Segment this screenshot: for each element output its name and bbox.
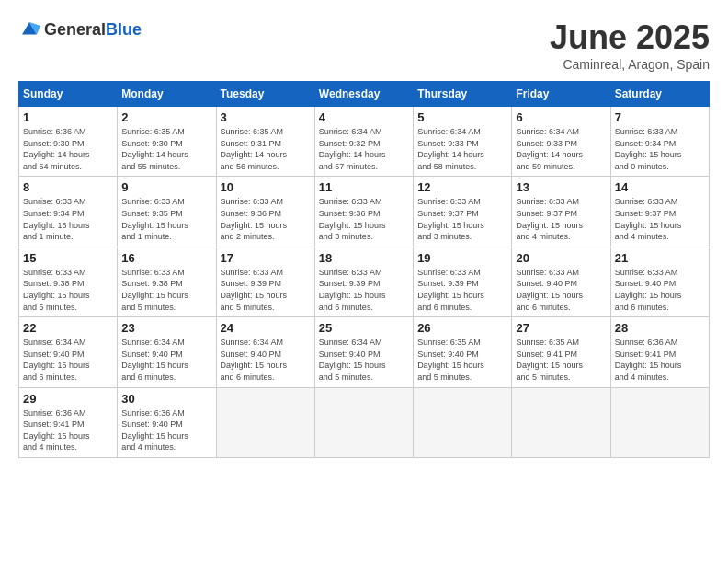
day-info: Sunrise: 6:33 AMSunset: 9:39 PMDaylight:… — [417, 267, 507, 313]
calendar-day-cell: 13Sunrise: 6:33 AMSunset: 9:37 PMDayligh… — [512, 177, 610, 247]
day-number: 13 — [516, 180, 606, 194]
calendar-week-row: 22Sunrise: 6:34 AMSunset: 9:40 PMDayligh… — [19, 317, 710, 387]
calendar-day-cell: 5Sunrise: 6:34 AMSunset: 9:33 PMDaylight… — [414, 107, 512, 177]
header-day-tuesday: Tuesday — [216, 82, 314, 107]
calendar-day-cell: 18Sunrise: 6:33 AMSunset: 9:39 PMDayligh… — [314, 247, 413, 316]
location-title: Caminreal, Aragon, Spain — [550, 57, 710, 72]
day-info: Sunrise: 6:34 AMSunset: 9:33 PMDaylight:… — [516, 126, 606, 172]
month-title: June 2025 — [550, 18, 710, 57]
calendar-day-cell: 22Sunrise: 6:34 AMSunset: 9:40 PMDayligh… — [19, 317, 118, 387]
calendar-empty-cell — [512, 387, 610, 457]
day-info: Sunrise: 6:33 AMSunset: 9:37 PMDaylight:… — [516, 196, 606, 242]
day-info: Sunrise: 6:33 AMSunset: 9:38 PMDaylight:… — [121, 267, 211, 313]
day-number: 29 — [23, 392, 113, 406]
calendar-table: SundayMondayTuesdayWednesdayThursdayFrid… — [18, 81, 710, 458]
day-number: 14 — [615, 180, 705, 194]
calendar-day-cell: 20Sunrise: 6:33 AMSunset: 9:40 PMDayligh… — [512, 247, 610, 316]
day-number: 8 — [23, 180, 113, 194]
calendar-day-cell: 2Sunrise: 6:35 AMSunset: 9:30 PMDaylight… — [118, 107, 216, 177]
calendar-day-cell: 3Sunrise: 6:35 AMSunset: 9:31 PMDaylight… — [216, 107, 314, 177]
day-info: Sunrise: 6:36 AMSunset: 9:41 PMDaylight:… — [23, 408, 113, 454]
logo-general: GeneralBlue — [44, 20, 142, 40]
day-info: Sunrise: 6:33 AMSunset: 9:37 PMDaylight:… — [615, 196, 705, 242]
calendar-day-cell: 9Sunrise: 6:33 AMSunset: 9:35 PMDaylight… — [118, 177, 216, 247]
header-day-saturday: Saturday — [610, 82, 709, 107]
header-day-thursday: Thursday — [414, 82, 512, 107]
day-info: Sunrise: 6:34 AMSunset: 9:40 PMDaylight:… — [221, 337, 311, 383]
calendar-day-cell: 26Sunrise: 6:35 AMSunset: 9:40 PMDayligh… — [414, 317, 512, 387]
day-info: Sunrise: 6:34 AMSunset: 9:33 PMDaylight:… — [417, 126, 507, 172]
calendar-day-cell: 16Sunrise: 6:33 AMSunset: 9:38 PMDayligh… — [118, 247, 216, 316]
day-number: 15 — [23, 251, 113, 265]
day-info: Sunrise: 6:35 AMSunset: 9:30 PMDaylight:… — [121, 126, 211, 172]
day-info: Sunrise: 6:34 AMSunset: 9:40 PMDaylight:… — [319, 337, 409, 383]
day-number: 16 — [121, 251, 211, 265]
header-day-friday: Friday — [512, 82, 610, 107]
day-number: 5 — [417, 110, 507, 124]
calendar-day-cell: 14Sunrise: 6:33 AMSunset: 9:37 PMDayligh… — [610, 177, 709, 247]
day-number: 11 — [319, 180, 409, 194]
day-number: 19 — [417, 251, 507, 265]
header-day-wednesday: Wednesday — [314, 82, 413, 107]
day-info: Sunrise: 6:34 AMSunset: 9:40 PMDaylight:… — [23, 337, 113, 383]
day-info: Sunrise: 6:36 AMSunset: 9:30 PMDaylight:… — [23, 126, 113, 172]
day-number: 12 — [417, 180, 507, 194]
day-number: 17 — [221, 251, 311, 265]
calendar-header-row: SundayMondayTuesdayWednesdayThursdayFrid… — [19, 82, 710, 107]
day-info: Sunrise: 6:35 AMSunset: 9:31 PMDaylight:… — [221, 126, 311, 172]
day-number: 6 — [516, 110, 606, 124]
day-info: Sunrise: 6:33 AMSunset: 9:35 PMDaylight:… — [121, 196, 211, 242]
calendar-day-cell: 1Sunrise: 6:36 AMSunset: 9:30 PMDaylight… — [19, 107, 118, 177]
header-day-sunday: Sunday — [19, 82, 118, 107]
day-info: Sunrise: 6:33 AMSunset: 9:38 PMDaylight:… — [23, 267, 113, 313]
day-number: 30 — [121, 392, 211, 406]
calendar-day-cell: 11Sunrise: 6:33 AMSunset: 9:36 PMDayligh… — [314, 177, 413, 247]
calendar-week-row: 1Sunrise: 6:36 AMSunset: 9:30 PMDaylight… — [19, 107, 710, 177]
day-info: Sunrise: 6:35 AMSunset: 9:41 PMDaylight:… — [516, 337, 606, 383]
day-number: 2 — [121, 110, 211, 124]
day-number: 26 — [417, 321, 507, 335]
day-info: Sunrise: 6:33 AMSunset: 9:34 PMDaylight:… — [615, 126, 705, 172]
calendar-day-cell: 19Sunrise: 6:33 AMSunset: 9:39 PMDayligh… — [414, 247, 512, 316]
day-number: 21 — [615, 251, 705, 265]
day-info: Sunrise: 6:33 AMSunset: 9:36 PMDaylight:… — [319, 196, 409, 242]
calendar-day-cell: 4Sunrise: 6:34 AMSunset: 9:32 PMDaylight… — [314, 107, 413, 177]
logo-icon — [18, 18, 40, 40]
calendar-day-cell: 17Sunrise: 6:33 AMSunset: 9:39 PMDayligh… — [216, 247, 314, 316]
calendar-day-cell: 8Sunrise: 6:33 AMSunset: 9:34 PMDaylight… — [19, 177, 118, 247]
day-info: Sunrise: 6:33 AMSunset: 9:39 PMDaylight:… — [221, 267, 311, 313]
day-info: Sunrise: 6:36 AMSunset: 9:41 PMDaylight:… — [615, 337, 705, 383]
calendar-week-row: 8Sunrise: 6:33 AMSunset: 9:34 PMDaylight… — [19, 177, 710, 247]
calendar-day-cell: 21Sunrise: 6:33 AMSunset: 9:40 PMDayligh… — [610, 247, 709, 316]
day-info: Sunrise: 6:36 AMSunset: 9:40 PMDaylight:… — [121, 408, 211, 454]
calendar-day-cell: 7Sunrise: 6:33 AMSunset: 9:34 PMDaylight… — [610, 107, 709, 177]
day-info: Sunrise: 6:34 AMSunset: 9:32 PMDaylight:… — [319, 126, 409, 172]
day-number: 3 — [221, 110, 311, 124]
day-number: 7 — [615, 110, 705, 124]
day-number: 28 — [615, 321, 705, 335]
day-number: 20 — [516, 251, 606, 265]
day-info: Sunrise: 6:33 AMSunset: 9:36 PMDaylight:… — [221, 196, 311, 242]
day-info: Sunrise: 6:34 AMSunset: 9:40 PMDaylight:… — [121, 337, 211, 383]
calendar-empty-cell — [216, 387, 314, 457]
calendar-day-cell: 23Sunrise: 6:34 AMSunset: 9:40 PMDayligh… — [118, 317, 216, 387]
calendar-empty-cell — [610, 387, 709, 457]
calendar-week-row: 15Sunrise: 6:33 AMSunset: 9:38 PMDayligh… — [19, 247, 710, 316]
day-info: Sunrise: 6:35 AMSunset: 9:40 PMDaylight:… — [417, 337, 507, 383]
day-number: 4 — [319, 110, 409, 124]
calendar-day-cell: 12Sunrise: 6:33 AMSunset: 9:37 PMDayligh… — [414, 177, 512, 247]
day-info: Sunrise: 6:33 AMSunset: 9:40 PMDaylight:… — [516, 267, 606, 313]
calendar-day-cell: 24Sunrise: 6:34 AMSunset: 9:40 PMDayligh… — [216, 317, 314, 387]
calendar-day-cell: 27Sunrise: 6:35 AMSunset: 9:41 PMDayligh… — [512, 317, 610, 387]
day-number: 22 — [23, 321, 113, 335]
day-number: 10 — [221, 180, 311, 194]
logo: GeneralBlue — [18, 18, 142, 40]
day-number: 25 — [319, 321, 409, 335]
day-number: 24 — [221, 321, 311, 335]
day-number: 23 — [121, 321, 211, 335]
day-info: Sunrise: 6:33 AMSunset: 9:39 PMDaylight:… — [319, 267, 409, 313]
day-number: 1 — [23, 110, 113, 124]
calendar-day-cell: 6Sunrise: 6:34 AMSunset: 9:33 PMDaylight… — [512, 107, 610, 177]
day-number: 18 — [319, 251, 409, 265]
calendar-day-cell: 28Sunrise: 6:36 AMSunset: 9:41 PMDayligh… — [610, 317, 709, 387]
